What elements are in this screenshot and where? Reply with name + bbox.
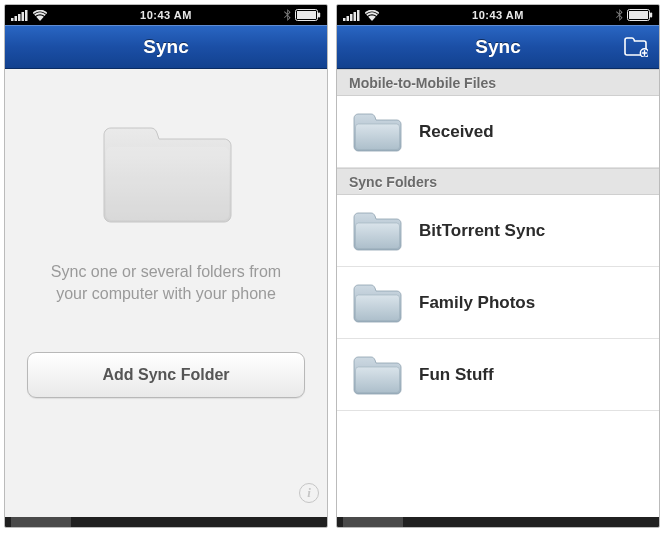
status-right: [231, 9, 321, 21]
status-right: [563, 9, 653, 21]
add-sync-folder-button[interactable]: Add Sync Folder: [27, 352, 305, 398]
info-icon[interactable]: i: [299, 483, 319, 503]
folder-icon: [351, 110, 403, 154]
list-item[interactable]: Received: [337, 96, 659, 168]
svg-rect-7: [318, 13, 320, 18]
svg-rect-21: [356, 367, 400, 393]
status-left: [343, 10, 433, 21]
empty-line-1: Sync one or several folders from: [51, 263, 281, 280]
nav-bar: Sync: [337, 25, 659, 69]
svg-rect-10: [347, 16, 350, 21]
status-left: [11, 10, 101, 21]
svg-rect-16: [650, 13, 652, 18]
phone-empty-state: 10:43 AM Sync Sync one or several folder…: [4, 4, 328, 528]
svg-rect-2: [18, 14, 21, 21]
svg-rect-0: [11, 18, 14, 21]
nav-title: Sync: [337, 36, 659, 58]
empty-line-2: your computer with your phone: [56, 285, 276, 302]
svg-rect-6: [297, 11, 316, 19]
bottom-strip: [5, 517, 327, 527]
row-label: Family Photos: [419, 293, 535, 313]
row-label: BitTorrent Sync: [419, 221, 545, 241]
status-time: 10:43 AM: [101, 9, 231, 21]
empty-state-text: Sync one or several folders from your co…: [45, 261, 287, 304]
bottom-strip: [337, 517, 659, 527]
nav-title: Sync: [5, 36, 327, 58]
list-item[interactable]: BitTorrent Sync: [337, 195, 659, 267]
signal-icon: [343, 10, 361, 21]
empty-folder-icon: [96, 117, 236, 227]
row-label: Fun Stuff: [419, 365, 494, 385]
nav-bar: Sync: [5, 25, 327, 69]
bluetooth-icon: [284, 9, 291, 21]
svg-rect-9: [343, 18, 346, 21]
svg-rect-1: [15, 16, 18, 21]
bluetooth-icon: [616, 9, 623, 21]
folder-icon: [351, 353, 403, 397]
phone-folder-list: 10:43 AM Sync Mobile-to-Mobile Files: [336, 4, 660, 528]
empty-state-body: Sync one or several folders from your co…: [5, 69, 327, 517]
battery-icon: [295, 9, 321, 21]
status-bar: 10:43 AM: [5, 5, 327, 25]
svg-rect-11: [350, 14, 353, 21]
folder-icon: [351, 281, 403, 325]
svg-rect-19: [356, 223, 400, 249]
add-folder-icon[interactable]: [621, 32, 651, 62]
section-header-mobile: Mobile-to-Mobile Files: [337, 69, 659, 96]
status-bar: 10:43 AM: [337, 5, 659, 25]
list-item[interactable]: Fun Stuff: [337, 339, 659, 411]
svg-rect-8: [106, 147, 229, 220]
svg-rect-13: [357, 10, 360, 21]
status-time: 10:43 AM: [433, 9, 563, 21]
svg-rect-4: [25, 10, 28, 21]
svg-rect-15: [629, 11, 648, 19]
svg-rect-18: [356, 124, 400, 150]
svg-rect-3: [22, 12, 25, 21]
svg-rect-20: [356, 295, 400, 321]
folder-list-body: Mobile-to-Mobile Files Received Sync Fol…: [337, 69, 659, 517]
signal-icon: [11, 10, 29, 21]
battery-icon: [627, 9, 653, 21]
section-header-sync: Sync Folders: [337, 168, 659, 195]
wifi-icon: [33, 10, 47, 21]
wifi-icon: [365, 10, 379, 21]
row-label: Received: [419, 122, 494, 142]
svg-rect-12: [354, 12, 357, 21]
folder-icon: [351, 209, 403, 253]
list-item[interactable]: Family Photos: [337, 267, 659, 339]
